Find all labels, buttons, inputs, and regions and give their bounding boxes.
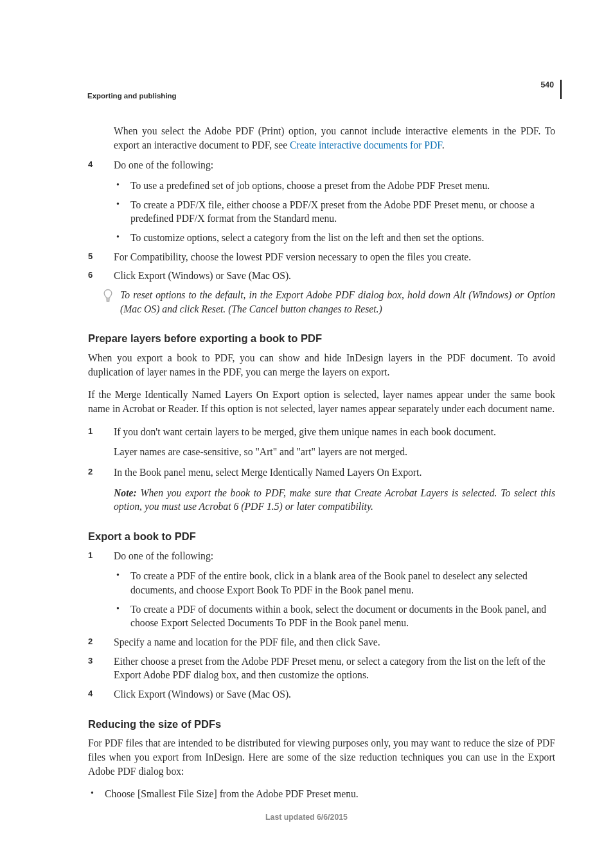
step-4-lead: Do one of the following: (114, 158, 555, 172)
s2-step-1-sub: Layer names are case-sensitive, so "Art"… (114, 445, 555, 459)
page: 540 Exporting and publishing When you se… (0, 0, 613, 868)
s3-step-3-text: Either choose a preset from the Adobe PD… (114, 656, 546, 681)
list-item: To use a predefined set of job options, … (114, 179, 555, 193)
list-item: Choose [Smallest File Size] from the Ado… (88, 787, 555, 801)
option-pdfx: To create a PDF/X file, either choose a … (130, 199, 535, 224)
create-interactive-pdf-link[interactable]: Create interactive documents for PDF (290, 140, 442, 150)
s3-step-1-options: To create a PDF of the entire book, clic… (114, 569, 555, 630)
step-5: For Compatibility, choose the lowest PDF… (88, 250, 555, 264)
page-footer: Last updated 6/6/2015 (0, 812, 613, 823)
s3-step-1: Do one of the following: To create a PDF… (88, 549, 555, 630)
heading-reducing-size: Reducing the size of PDFs (88, 717, 555, 732)
section-2-steps: If you don't want certain layers to be m… (88, 425, 555, 514)
s4-bullet-smallest: Choose [Smallest File Size] from the Ado… (105, 788, 359, 799)
option-customize: To customize options, select a category … (130, 232, 484, 243)
s3-option-selected-docs: To create a PDF of documents within a bo… (130, 604, 546, 629)
s4-paragraph-1: For PDF files that are intended to be di… (88, 736, 555, 778)
s2-paragraph-1: When you export a book to PDF, you can s… (88, 351, 555, 379)
s3-step-2: Specify a name and location for the PDF … (88, 635, 555, 649)
s2-step-1: If you don't want certain layers to be m… (88, 425, 555, 459)
step-5-text: For Compatibility, choose the lowest PDF… (114, 251, 471, 262)
section-1-steps: Do one of the following: To use a predef… (88, 158, 555, 283)
main-content: When you select the Adobe PDF (Print) op… (88, 124, 555, 801)
list-item: To create a PDF/X file, either choose a … (114, 198, 555, 226)
s2-step-1-lead: If you don't want certain layers to be m… (114, 425, 555, 439)
step-6-text: Click Export (Windows) or Save (Mac OS). (114, 270, 291, 281)
note-text: When you export the book to PDF, make su… (114, 487, 555, 512)
s3-step-3: Either choose a preset from the Adobe PD… (88, 655, 555, 682)
step-6: Click Export (Windows) or Save (Mac OS). (88, 269, 555, 283)
s3-step-4-text: Click Export (Windows) or Save (Mac OS). (114, 689, 291, 700)
tip-block: To reset options to the default, in the … (102, 288, 555, 316)
s2-step-2: In the Book panel menu, select Merge Ide… (88, 466, 555, 514)
s2-paragraph-2: If the Merge Identically Named Layers On… (88, 388, 555, 415)
s2-step-2-lead: In the Book panel menu, select Merge Ide… (114, 466, 555, 480)
tip-text: To reset options to the default, in the … (120, 288, 555, 316)
s3-step-2-text: Specify a name and location for the PDF … (114, 637, 380, 647)
s2-step-2-note: Note: When you export the book to PDF, m… (114, 486, 555, 514)
intro-suffix: . (442, 140, 445, 150)
list-item: To create a PDF of the entire book, clic… (114, 569, 555, 597)
step-4-options: To use a predefined set of job options, … (114, 179, 555, 245)
option-preset: To use a predefined set of job options, … (130, 180, 490, 191)
s3-step-4: Click Export (Windows) or Save (Mac OS). (88, 687, 555, 701)
s3-option-entire-book: To create a PDF of the entire book, clic… (130, 570, 528, 595)
running-header: Exporting and publishing (87, 91, 177, 102)
lightbulb-icon (102, 289, 114, 307)
page-number-container: 540 (540, 80, 562, 99)
list-item: To customize options, select a category … (114, 231, 555, 245)
page-number: 540 (540, 80, 554, 89)
s3-step-1-lead: Do one of the following: (114, 549, 555, 563)
section-3-steps: Do one of the following: To create a PDF… (88, 549, 555, 701)
section-4-bullets: Choose [Smallest File Size] from the Ado… (88, 787, 555, 801)
heading-prepare-layers: Prepare layers before exporting a book t… (88, 331, 555, 346)
heading-export-book: Export a book to PDF (88, 529, 555, 544)
list-item: To create a PDF of documents within a bo… (114, 602, 555, 630)
intro-paragraph: When you select the Adobe PDF (Print) op… (114, 124, 555, 152)
note-label: Note: (114, 487, 140, 498)
step-4: Do one of the following: To use a predef… (88, 158, 555, 244)
